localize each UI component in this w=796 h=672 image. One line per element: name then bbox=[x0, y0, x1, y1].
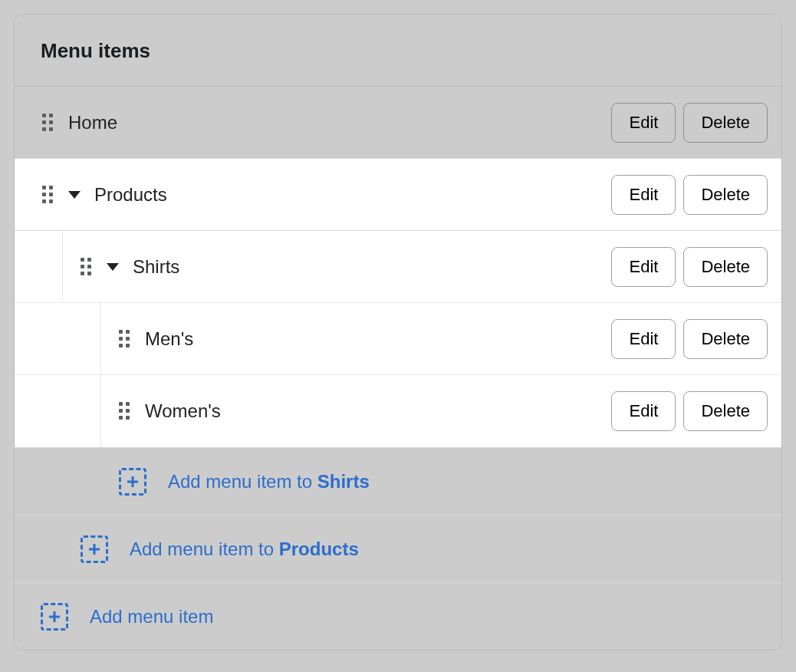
collapse-icon[interactable] bbox=[107, 263, 119, 271]
add-menu-item[interactable]: Add menu item bbox=[15, 582, 781, 650]
products-children: Shirts Edit Delete Men's Edit Delete bbox=[15, 231, 781, 447]
edit-button[interactable]: Edit bbox=[611, 103, 676, 143]
menu-item-products: Products Edit Delete bbox=[15, 159, 781, 231]
add-link-label: Add menu item to Shirts bbox=[168, 471, 370, 492]
drag-handle-icon[interactable] bbox=[79, 256, 93, 278]
drag-handle-icon[interactable] bbox=[41, 112, 54, 133]
menu-item-label: Women's bbox=[145, 400, 221, 422]
plus-icon bbox=[119, 468, 146, 496]
menu-item-home: Home Edit Delete bbox=[15, 87, 781, 159]
add-link-label: Add menu item bbox=[90, 606, 213, 628]
menu-items-card: Menu items Home Edit Delete Products Edi… bbox=[14, 14, 782, 651]
menu-item-label: Home bbox=[68, 112, 117, 133]
add-prefix: Add menu item to bbox=[168, 471, 317, 492]
plus-icon bbox=[41, 603, 68, 631]
add-menu-item-to-shirts[interactable]: Add menu item to Shirts bbox=[15, 447, 781, 515]
edit-button[interactable]: Edit bbox=[611, 247, 676, 287]
menu-item-label: Shirts bbox=[133, 256, 179, 278]
card-header: Menu items bbox=[15, 15, 781, 87]
edit-button[interactable]: Edit bbox=[611, 319, 676, 359]
drag-handle-icon[interactable] bbox=[117, 400, 131, 422]
add-link-label: Add menu item to Products bbox=[130, 539, 359, 560]
drag-handle-icon[interactable] bbox=[117, 328, 131, 350]
edit-button[interactable]: Edit bbox=[611, 391, 676, 431]
drag-handle-icon[interactable] bbox=[41, 184, 54, 206]
add-menu-item-to-products[interactable]: Add menu item to Products bbox=[15, 515, 781, 582]
delete-button[interactable]: Delete bbox=[683, 391, 768, 431]
collapse-icon[interactable] bbox=[68, 191, 81, 199]
add-prefix: Add menu item to bbox=[130, 539, 279, 559]
delete-button[interactable]: Delete bbox=[683, 103, 768, 143]
add-target: Products bbox=[279, 539, 359, 559]
edit-button[interactable]: Edit bbox=[611, 175, 676, 215]
plus-icon bbox=[81, 535, 108, 563]
menu-item-shirts: Shirts Edit Delete bbox=[15, 231, 781, 303]
menu-item-label: Products bbox=[94, 184, 167, 206]
shirts-children: Men's Edit Delete Women's Edit Del bbox=[15, 303, 781, 447]
menu-item-label: Men's bbox=[145, 328, 193, 350]
menu-item-womens: Women's Edit Delete bbox=[15, 375, 781, 447]
card-title: Menu items bbox=[41, 39, 755, 63]
add-target: Shirts bbox=[317, 471, 370, 492]
menu-item-mens: Men's Edit Delete bbox=[15, 303, 781, 375]
delete-button[interactable]: Delete bbox=[683, 247, 768, 287]
delete-button[interactable]: Delete bbox=[683, 319, 768, 359]
delete-button[interactable]: Delete bbox=[683, 175, 768, 215]
